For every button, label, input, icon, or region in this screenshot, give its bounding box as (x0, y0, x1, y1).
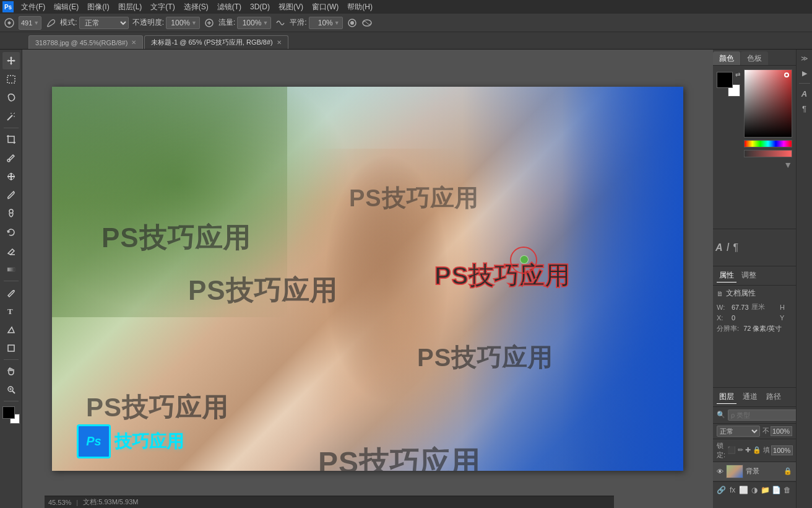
layers-header: 图层 通道 路径 (713, 388, 796, 407)
menu-view[interactable]: 视图(V) (275, 1, 307, 14)
alpha-slider[interactable] (744, 150, 792, 157)
ai-label: A (715, 242, 723, 253)
strip-ai-btn[interactable]: A (798, 87, 811, 100)
menu-help[interactable]: 帮助(H) (343, 1, 376, 14)
document-canvas: PS技巧应用 PS技巧应用 PS技巧应用 PS技巧应用 PS技巧应用 PS技巧应… (52, 87, 683, 471)
tool-preset-icon[interactable] (4, 17, 15, 28)
watermark-6: PS技巧应用 (86, 390, 228, 425)
layers-mode-row: 正常 不 (713, 424, 796, 439)
search-icon: 🔍 (717, 411, 725, 419)
marquee-tool[interactable] (2, 71, 20, 88)
adjustment-layer-btn[interactable]: ◑ (749, 484, 759, 496)
menu-file[interactable]: 文件(F) (17, 1, 49, 14)
doc-icon: 🗎 (717, 290, 723, 297)
tabs-bar: 318788.jpg @ 45.5%(RGB/8#) ✕ 未标题-1 @ 65%… (0, 32, 812, 50)
layers-tab-paths[interactable]: 路径 (764, 390, 784, 403)
history-tool[interactable] (2, 224, 20, 241)
fill-row: 填 (763, 445, 793, 455)
strip-expand-btn[interactable]: ≫ (798, 52, 811, 64)
layers-tab-channels[interactable]: 通道 (740, 390, 760, 403)
foreground-swatch[interactable] (717, 72, 733, 88)
color-gradient-field[interactable] (744, 69, 792, 138)
left-toolbar: T (0, 50, 22, 508)
layers-tab-layers[interactable]: 图层 (717, 390, 736, 404)
opacity-input[interactable]: 100% ▼ (166, 17, 200, 29)
color-tab[interactable]: 颜色 (713, 51, 740, 65)
zoom-tool[interactable] (2, 381, 20, 398)
layer-fill-input[interactable] (771, 445, 793, 455)
blend-mode-select[interactable]: 正常 (717, 426, 760, 437)
tab-1[interactable]: 未标题-1 @ 65% (PS技巧应用, RGB/8#) ✕ (144, 35, 288, 49)
lock-image-btn[interactable]: ✏ (738, 445, 743, 455)
heal-tool[interactable] (2, 168, 20, 185)
svg-point-10 (7, 159, 10, 162)
lock-artboard-btn[interactable]: 🔒 (753, 445, 761, 455)
lock-position-btn[interactable]: ✚ (745, 445, 751, 455)
smooth-input[interactable]: 10% ▼ (309, 17, 343, 29)
doc-properties-label: 文档属性 (726, 288, 756, 299)
layer-visibility-eye[interactable]: 👁 (717, 468, 723, 475)
color-swatches: ⇄ (717, 72, 740, 97)
foreground-color[interactable] (2, 406, 20, 424)
prop-tab-adjust[interactable]: 调整 (739, 269, 759, 282)
pen-tool[interactable] (2, 284, 20, 301)
mode-select[interactable]: 正常 (79, 17, 129, 29)
menu-image[interactable]: 图像(I) (84, 1, 113, 14)
menu-window[interactable]: 窗口(W) (308, 1, 342, 14)
magic-wand-tool[interactable] (2, 108, 20, 125)
layer-mask-btn[interactable]: ⬜ (738, 484, 748, 496)
path-select-tool[interactable] (2, 321, 20, 338)
lasso-tool[interactable] (2, 89, 20, 107)
prop-tab-attributes[interactable]: 属性 (717, 269, 736, 282)
brush-tool[interactable] (2, 186, 20, 204)
flow-input[interactable]: 100% ▼ (237, 17, 271, 29)
pressure-icon[interactable] (361, 17, 373, 28)
menu-text[interactable]: 文字(T) (147, 1, 178, 14)
collapse-arrow-icon[interactable]: ▼ (784, 160, 792, 170)
watermark-4-red: PS技巧应用 (434, 259, 570, 293)
menu-filter[interactable]: 滤镜(T) (214, 1, 245, 14)
shape-tool[interactable] (2, 339, 20, 357)
swatch-tab[interactable]: 色板 (741, 51, 768, 65)
move-tool[interactable] (2, 52, 20, 69)
strip-pilcrow-btn[interactable]: ¶ (798, 102, 811, 115)
color-top: ⇄ (717, 69, 792, 157)
canvas-area[interactable]: PS技巧应用 PS技巧应用 PS技巧应用 PS技巧应用 PS技巧应用 PS技巧应… (22, 50, 713, 508)
layer-item-background[interactable]: 👁 背景 🔒 (713, 462, 796, 481)
swap-colors-icon[interactable]: ⇄ (735, 72, 740, 78)
brush-preset-icon[interactable] (45, 17, 56, 28)
opacity-row: 不 (762, 426, 792, 436)
eraser-tool[interactable] (2, 242, 20, 260)
menu-3d[interactable]: 3D(D) (246, 1, 274, 12)
strip-triangle-btn[interactable]: ▶ (798, 67, 811, 79)
eyedropper-tool[interactable] (2, 149, 20, 167)
layers-lock-row: 锁定: ⬛ ✏ ✚ 🔒 填 (713, 439, 796, 462)
hue-slider[interactable] (744, 140, 792, 147)
new-group-btn[interactable]: 📁 (761, 484, 771, 496)
clone-tool[interactable] (2, 205, 20, 222)
airbrush-icon[interactable] (204, 17, 215, 28)
tab-close-1[interactable]: ✕ (277, 39, 282, 46)
layer-opacity-input[interactable] (771, 426, 792, 436)
hand-tool[interactable] (2, 362, 20, 380)
gradient-tool[interactable] (2, 261, 20, 278)
text-tool[interactable]: T (2, 302, 20, 320)
menu-edit[interactable]: 编辑(E) (50, 1, 82, 14)
smooth-settings-icon[interactable] (347, 17, 358, 28)
x-row: X: 0 Y (713, 313, 796, 323)
menu-layer[interactable]: 图层(L) (114, 1, 146, 14)
menu-select[interactable]: 选择(S) (180, 1, 212, 14)
link-layers-btn[interactable]: 🔗 (717, 484, 727, 496)
layer-effects-btn[interactable]: fx (728, 484, 738, 496)
new-layer-btn[interactable]: 📄 (772, 484, 782, 496)
strip-separator (799, 83, 810, 84)
delete-layer-btn[interactable]: 🗑 (782, 484, 792, 496)
smoothing-icon[interactable] (275, 17, 286, 28)
crop-tool[interactable] (2, 131, 20, 148)
tab-close-0[interactable]: ✕ (131, 39, 136, 46)
layers-search-bar: 🔍 ⊞ 🔒 (713, 407, 796, 424)
svg-point-12 (9, 209, 13, 213)
tab-0[interactable]: 318788.jpg @ 45.5%(RGB/8#) ✕ (28, 35, 143, 49)
size-field[interactable]: 491 ▼ (19, 16, 41, 30)
lock-transparent-btn[interactable]: ⬛ (727, 445, 736, 455)
